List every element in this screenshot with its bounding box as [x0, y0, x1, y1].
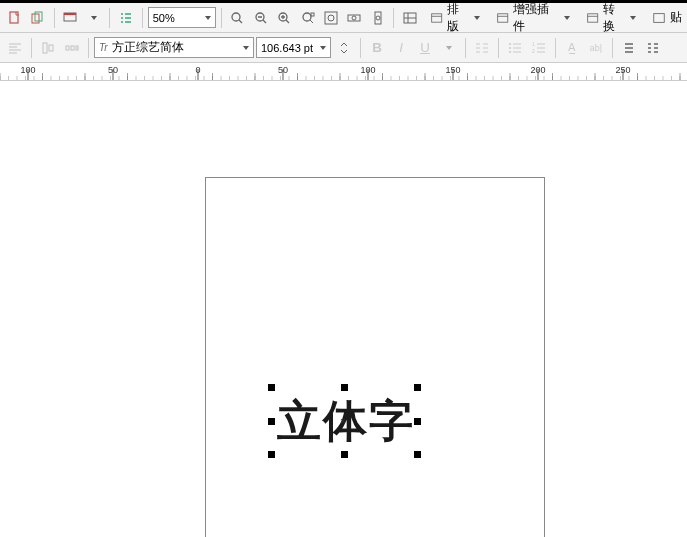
form-button[interactable]: [399, 7, 420, 29]
paste-menu-button[interactable]: 贴: [645, 7, 683, 29]
svg-point-15: [376, 16, 380, 20]
canvas-text-object[interactable]: 立体字: [277, 392, 415, 451]
svg-text:1: 1: [532, 41, 535, 47]
svg-rect-19: [587, 13, 597, 21]
svg-point-28: [509, 51, 511, 53]
distribute-button: [61, 37, 83, 59]
chevron-down-icon: [205, 16, 211, 20]
dropcap-button: A̲: [561, 37, 583, 59]
svg-text:150: 150: [445, 65, 460, 75]
svg-text:0: 0: [195, 65, 200, 75]
font-family-input[interactable]: Tr 方正综艺简体: [94, 37, 254, 58]
number-list-button: 12: [528, 37, 550, 59]
zoom-out-button[interactable]: [250, 7, 271, 29]
indent-button: [471, 37, 493, 59]
selection-center-icon: ×: [340, 416, 346, 427]
svg-rect-17: [431, 13, 441, 21]
svg-point-27: [509, 47, 511, 49]
page[interactable]: [205, 177, 545, 537]
bold-button: B: [366, 37, 388, 59]
zoom-width-button[interactable]: [344, 7, 365, 29]
chevron-down-icon: [474, 16, 480, 20]
zoom-height-button[interactable]: [367, 7, 388, 29]
selection-handle-br[interactable]: [414, 451, 421, 458]
chevron-down-icon: [243, 46, 249, 50]
svg-rect-25: [76, 46, 78, 50]
svg-point-13: [352, 16, 356, 20]
toolbar-main: 50% 排版 增强插件 转换 贴: [0, 3, 687, 33]
selection-handle-bl[interactable]: [268, 451, 275, 458]
selection-handle-ml[interactable]: [268, 418, 275, 425]
svg-rect-22: [49, 45, 53, 51]
svg-rect-10: [325, 12, 337, 24]
zoom-page-button[interactable]: [320, 7, 341, 29]
svg-rect-20: [654, 13, 665, 22]
svg-rect-23: [66, 46, 69, 50]
new-doc-button[interactable]: [4, 7, 25, 29]
bullet-list-button: [504, 37, 526, 59]
convert-menu-label: 转换: [603, 1, 626, 35]
svg-text:100: 100: [360, 65, 375, 75]
svg-point-5: [232, 13, 240, 21]
italic-button: I: [390, 37, 412, 59]
chevron-down-icon: [630, 16, 636, 20]
font-size-text: 106.643 pt: [261, 42, 313, 54]
zoom-in-button[interactable]: [273, 7, 294, 29]
font-name-text: 方正综艺简体: [112, 39, 184, 56]
horizontal-ruler[interactable]: 10050050100150200250: [0, 63, 687, 81]
text-effect-button: ab|: [585, 37, 607, 59]
svg-rect-0: [10, 12, 18, 23]
layout-menu-button[interactable]: 排版: [423, 7, 487, 29]
svg-rect-18: [498, 13, 508, 21]
svg-point-8: [303, 13, 311, 21]
svg-rect-24: [71, 46, 74, 50]
enhance-menu-label: 增强插件: [513, 1, 559, 35]
selection-handle-tr[interactable]: [414, 384, 421, 391]
svg-text:100: 100: [20, 65, 35, 75]
font-size-input[interactable]: 106.643 pt: [256, 37, 331, 58]
size-stepper-button[interactable]: [333, 37, 355, 59]
slide-button[interactable]: [60, 7, 81, 29]
paste-menu-label: 贴: [670, 9, 682, 26]
zoom-value: 50%: [153, 12, 175, 24]
zoom-tool-button[interactable]: [227, 7, 248, 29]
selection-handle-mr[interactable]: [414, 418, 421, 425]
selection-handle-tl[interactable]: [268, 384, 275, 391]
svg-text:2: 2: [532, 48, 535, 54]
canvas[interactable]: 立体字 ×: [0, 82, 687, 537]
selection-handle-tc[interactable]: [341, 384, 348, 391]
layout-menu-label: 排版: [447, 1, 470, 35]
slide-dd-button[interactable]: [83, 7, 104, 29]
list-button[interactable]: [115, 7, 136, 29]
svg-point-26: [509, 43, 511, 45]
toolbar-text: Tr 方正综艺简体 106.643 pt B I U 12 A̲ ab|: [0, 33, 687, 63]
svg-text:50: 50: [278, 65, 288, 75]
svg-rect-9: [311, 13, 314, 16]
zoom-fit-button[interactable]: [297, 7, 318, 29]
svg-text:50: 50: [108, 65, 118, 75]
copy-doc-button[interactable]: [27, 7, 48, 29]
enhance-menu-button[interactable]: 增强插件: [489, 7, 577, 29]
zoom-input[interactable]: 50%: [148, 7, 216, 28]
svg-point-11: [328, 15, 334, 21]
svg-text:200: 200: [530, 65, 545, 75]
chevron-down-icon: [320, 46, 326, 50]
align-left-button: [4, 37, 26, 59]
svg-rect-4: [64, 13, 76, 15]
underline-button: U: [414, 37, 436, 59]
paragraph-button[interactable]: [642, 37, 664, 59]
selection-handle-bc[interactable]: [341, 451, 348, 458]
svg-rect-21: [43, 43, 47, 53]
underline-dd-button: [438, 37, 460, 59]
font-engine-icon: Tr: [99, 42, 108, 53]
chevron-down-icon: [564, 16, 570, 20]
svg-text:250: 250: [615, 65, 630, 75]
align-obj-button: [37, 37, 59, 59]
convert-menu-button[interactable]: 转换: [579, 7, 643, 29]
line-spacing-button[interactable]: [618, 37, 640, 59]
